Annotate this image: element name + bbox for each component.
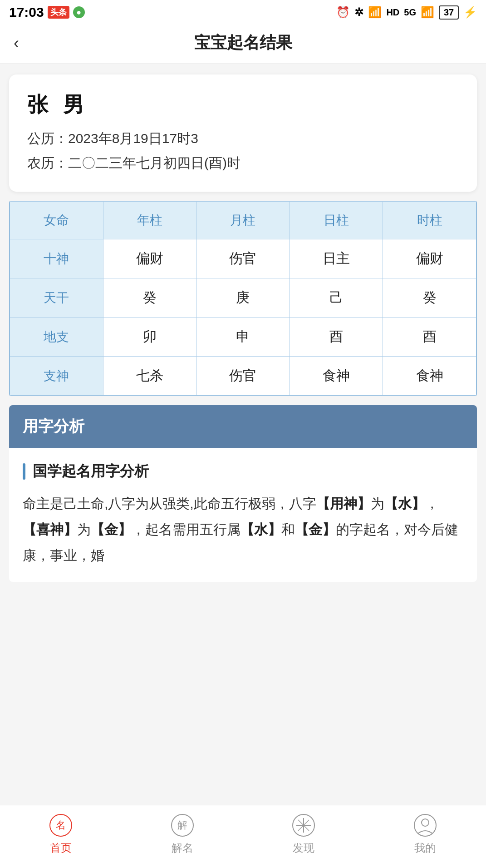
nongli-line: 农历：二〇二三年七月初四日(酉)时 bbox=[27, 151, 459, 175]
home-nav-label: 首页 bbox=[50, 841, 72, 855]
home-nav-icon: 名 bbox=[49, 813, 73, 837]
table-row-tiangan: 天干 癸 庚 己 癸 bbox=[10, 278, 476, 317]
nav-item-discover[interactable]: 发现 bbox=[285, 813, 322, 855]
home-icon-svg: 名 bbox=[49, 813, 73, 837]
col-header-2: 日柱 bbox=[290, 202, 383, 239]
page-header: ‹ 宝宝起名结果 bbox=[0, 23, 486, 64]
row-header-dizhi: 地支 bbox=[10, 317, 103, 357]
highlight-jin2: 【金】 bbox=[295, 522, 336, 537]
tiangan-nianzhu: 癸 bbox=[103, 278, 196, 317]
svg-text:名: 名 bbox=[56, 819, 66, 831]
mine-icon-svg bbox=[413, 813, 437, 837]
back-button[interactable]: ‹ bbox=[14, 34, 19, 53]
zhishen-rizhu: 食神 bbox=[290, 357, 383, 396]
svg-text:解: 解 bbox=[177, 819, 187, 831]
tiangan-shizhu: 癸 bbox=[383, 278, 476, 317]
discover-nav-label: 发现 bbox=[293, 841, 314, 855]
status-icons: ⏰ ✲ 📶 HD 5G 📶 37 ⚡ bbox=[336, 5, 477, 20]
bluetooth-icon: ✲ bbox=[354, 6, 363, 19]
alarm-icon: ⏰ bbox=[336, 6, 350, 19]
bazi-table: 女命 年柱 月柱 日柱 时柱 十神 偏财 伤官 日主 偏财 天干 癸 bbox=[10, 201, 476, 396]
analysis-header: 用字分析 bbox=[9, 405, 477, 448]
toutiao-badge: 头条 bbox=[48, 6, 69, 19]
mine-nav-icon bbox=[413, 813, 437, 837]
analysis-text: 命主是己土命,八字为从强类,此命五行极弱，八字【用神】为【水】，【喜神】为【金】… bbox=[23, 491, 463, 568]
dizhi-nianzhu: 卯 bbox=[103, 317, 196, 357]
highlight-yongshen: 【用神】 bbox=[316, 496, 371, 511]
nav-item-mine[interactable]: 我的 bbox=[407, 813, 443, 855]
charging-icon: ⚡ bbox=[463, 6, 477, 19]
mine-nav-label: 我的 bbox=[414, 841, 436, 855]
hd-badge: HD bbox=[386, 7, 399, 18]
row-header-tiangan: 天干 bbox=[10, 278, 103, 317]
analysis-section: 用字分析 国学起名用字分析 命主是己土命,八字为从强类,此命五行极弱，八字【用神… bbox=[9, 405, 477, 582]
battery-indicator: 37 bbox=[439, 5, 459, 20]
main-content: 张 男 公历：2023年8月19日17时3 农历：二〇二三年七月初四日(酉)时 … bbox=[0, 64, 486, 868]
bottom-nav: 名 首页 解 解名 发现 bbox=[0, 805, 486, 868]
shishen-rizhu: 日主 bbox=[290, 239, 383, 278]
5g-badge: 5G bbox=[404, 7, 416, 18]
status-bar: 17:03 头条 ● ⏰ ✲ 📶 HD 5G 📶 37 ⚡ bbox=[0, 0, 486, 23]
highlight-shui2: 【水】 bbox=[241, 522, 281, 537]
zhishen-shizhu: 食神 bbox=[383, 357, 476, 396]
person-name: 张 男 bbox=[27, 91, 459, 119]
col-header-3: 时柱 bbox=[383, 202, 476, 239]
analysis-subtitle: 国学起名用字分析 bbox=[23, 461, 463, 481]
highlight-shui: 【水】 bbox=[384, 496, 425, 511]
shishen-nianzhu: 偏财 bbox=[103, 239, 196, 278]
nongli-value: 二〇二三年七月初四日(酉)时 bbox=[68, 155, 241, 170]
green-badge: ● bbox=[73, 6, 85, 18]
table-row-zhishen: 支神 七杀 伤官 食神 食神 bbox=[10, 357, 476, 396]
dizhi-yuezhu: 申 bbox=[196, 317, 290, 357]
nav-item-jiemg[interactable]: 解 解名 bbox=[164, 813, 201, 855]
gongli-label: 公历： bbox=[27, 131, 68, 146]
zhishen-yuezhu: 伤官 bbox=[196, 357, 290, 396]
row-header-zhishen: 支神 bbox=[10, 357, 103, 396]
shishen-yuezhu: 伤官 bbox=[196, 239, 290, 278]
signal-icon: 📶 bbox=[421, 6, 434, 19]
nav-item-home[interactable]: 名 首页 bbox=[43, 813, 79, 855]
jiemg-nav-icon: 解 bbox=[171, 813, 194, 837]
info-card: 张 男 公历：2023年8月19日17时3 农历：二〇二三年七月初四日(酉)时 bbox=[9, 74, 477, 192]
gongli-value: 2023年8月19日17时3 bbox=[68, 131, 198, 146]
dizhi-shizhu: 酉 bbox=[383, 317, 476, 357]
col-header-0: 年柱 bbox=[103, 202, 196, 239]
highlight-xishen: 【喜神】 bbox=[23, 522, 77, 537]
gongli-line: 公历：2023年8月19日17时3 bbox=[27, 126, 459, 151]
table-header-row: 女命 年柱 月柱 日柱 时柱 bbox=[10, 202, 476, 239]
dizhi-rizhu: 酉 bbox=[290, 317, 383, 357]
page-title: 宝宝起名结果 bbox=[194, 32, 292, 54]
discover-nav-icon bbox=[292, 813, 315, 837]
analysis-body: 国学起名用字分析 命主是己土命,八字为从强类,此命五行极弱，八字【用神】为【水】… bbox=[9, 448, 477, 582]
zhishen-nianzhu: 七杀 bbox=[103, 357, 196, 396]
table-row-shishen: 十神 偏财 伤官 日主 偏财 bbox=[10, 239, 476, 278]
nongli-label: 农历： bbox=[27, 155, 68, 170]
jiemg-nav-label: 解名 bbox=[172, 841, 193, 855]
col-header-1: 月柱 bbox=[196, 202, 290, 239]
tiangan-rizhu: 己 bbox=[290, 278, 383, 317]
table-corner-header: 女命 bbox=[10, 202, 103, 239]
row-header-shishen: 十神 bbox=[10, 239, 103, 278]
status-time: 17:03 头条 ● bbox=[9, 5, 85, 20]
wifi-icon: 📶 bbox=[368, 6, 382, 19]
highlight-jin: 【金】 bbox=[91, 522, 132, 537]
tiangan-yuezhu: 庚 bbox=[196, 278, 290, 317]
shishen-shizhu: 偏财 bbox=[383, 239, 476, 278]
svg-point-9 bbox=[414, 814, 436, 836]
table-row-dizhi: 地支 卯 申 酉 酉 bbox=[10, 317, 476, 357]
discover-icon-svg bbox=[292, 813, 315, 837]
jiemg-icon-svg: 解 bbox=[171, 813, 194, 837]
svg-point-10 bbox=[422, 819, 429, 826]
bazi-table-container: 女命 年柱 月柱 日柱 时柱 十神 偏财 伤官 日主 偏财 天干 癸 bbox=[9, 201, 477, 396]
